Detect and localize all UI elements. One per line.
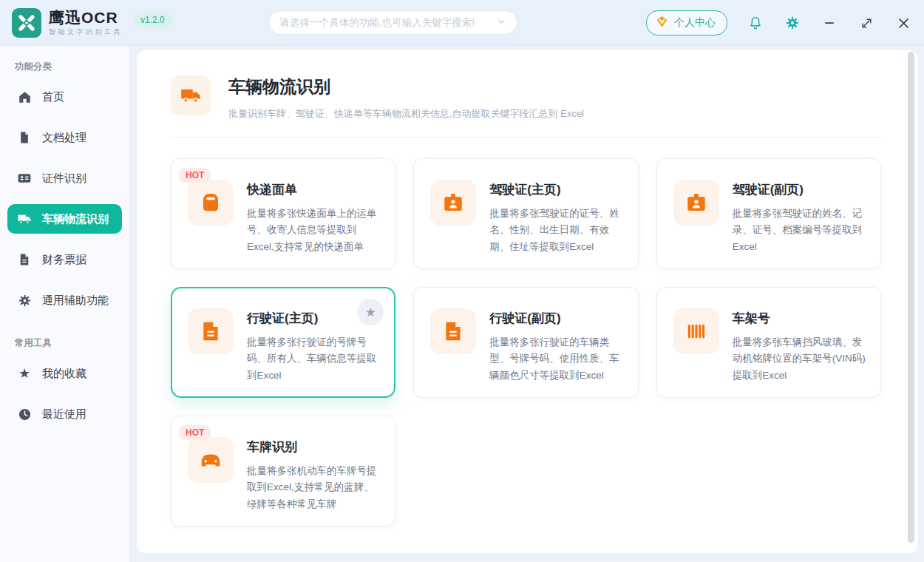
card-description: 批量将多张行驶证的车辆类型、号牌号码、使用性质、车辆颜色尺寸等提取到Excel	[489, 334, 624, 384]
receipt-icon	[17, 252, 32, 267]
sidebar-item-label: 首页	[42, 90, 64, 104]
category-header: 车辆物流识别 批量识别车牌、驾驶证、快递单等车辆物流相关信息,自动提取关键字段汇…	[171, 75, 881, 121]
sidebar-section-label: 常用工具	[15, 337, 129, 350]
hot-badge: HOT	[179, 425, 211, 440]
divider	[171, 137, 881, 138]
sidebar-section-label: 功能分类	[15, 61, 129, 73]
document-lines-icon	[430, 308, 476, 354]
sidebar-item-vehicle-logistics[interactable]: 车辆物流识别	[7, 204, 122, 234]
id-badge-icon	[673, 180, 719, 226]
card-description: 批量将多张驾驶证的姓名、记录、证号、档案编号等提取到Excel	[733, 206, 867, 255]
card-description: 批量将多张车辆挡风玻璃、发动机铭牌位置的车架号(VIN码)提取到Excel	[733, 334, 867, 384]
card-vehicle-license-main[interactable]: ★ 行驶证(主页) 批量将多张行驶证的号牌号码、所有人、车辆信息等提取到Exce…	[171, 287, 395, 398]
truck-icon	[171, 75, 211, 115]
scrollbar-thumb[interactable]	[908, 52, 914, 543]
sidebar-item-label: 我的收藏	[42, 367, 86, 381]
page-description: 批量识别车牌、驾驶证、快递单等车辆物流相关信息,自动提取关键字段汇总到 Exce…	[228, 107, 584, 121]
category-panel: 车辆物流识别 批量识别车牌、驾驶证、快递单等车辆物流相关信息,自动提取关键字段汇…	[137, 50, 918, 553]
chevron-down-icon	[496, 16, 506, 30]
vip-badge-icon	[655, 15, 669, 31]
sidebar-item-documents[interactable]: 文档处理	[7, 123, 122, 152]
user-center-label: 个人中心	[674, 16, 716, 30]
sidebar-item-label: 证件识别	[42, 172, 86, 186]
settings-gear-icon[interactable]	[784, 14, 801, 32]
car-icon	[188, 437, 234, 483]
bell-icon[interactable]	[747, 14, 764, 32]
main-area: 车辆物流识别 批量识别车牌、驾驶证、快递单等车辆物流相关信息,自动提取关键字段汇…	[129, 46, 924, 562]
sidebar-item-label: 财务票据	[42, 253, 86, 267]
sidebar: 功能分类 首页 文档处理 证件识别	[0, 46, 129, 562]
hot-badge: HOT	[179, 168, 211, 183]
document-lines-icon	[188, 308, 234, 354]
card-description: 批量将多张行驶证的号牌号码、所有人、车辆信息等提取到Excel	[247, 334, 381, 384]
truck-icon	[17, 211, 32, 226]
sidebar-item-recent[interactable]: 最近使用	[7, 399, 122, 429]
home-icon	[17, 89, 32, 104]
function-search-select[interactable]: 请选择一个具体的功能,也可输入关键字搜索!	[268, 10, 517, 35]
page-title: 车辆物流识别	[228, 75, 584, 98]
card-title: 车架号	[733, 310, 867, 327]
card-description: 批量将多张驾驶证的证号、姓名、性别、出生日期、有效期、住址等提取到Excel	[489, 206, 624, 255]
sidebar-item-label: 最近使用	[42, 407, 86, 422]
sidebar-item-finance-invoices[interactable]: 财务票据	[7, 245, 122, 274]
star-icon: ★	[365, 306, 376, 319]
sidebar-item-favorites[interactable]: ★ 我的收藏	[7, 359, 122, 388]
star-icon: ★	[17, 366, 32, 381]
card-express-waybill[interactable]: HOT 快递面单 批量将多张快递面单上的运单号、收寄人信息等提取到Excel,支…	[171, 158, 395, 269]
id-card-icon	[17, 171, 32, 186]
document-icon	[17, 130, 32, 145]
card-vin-number[interactable]: 车架号 批量将多张车辆挡风玻璃、发动机铭牌位置的车架号(VIN码)提取到Exce…	[656, 287, 881, 398]
card-description: 批量将多张快递面单上的运单号、收寄人信息等提取到Excel,支持常见的快递面单	[247, 206, 381, 255]
feature-card-grid: HOT 快递面单 批量将多张快递面单上的运单号、收寄人信息等提取到Excel,支…	[171, 158, 881, 527]
version-badge: v1.2.0	[133, 13, 172, 27]
search-placeholder: 请选择一个具体的功能,也可输入关键字搜索!	[279, 16, 496, 30]
sidebar-item-label: 车辆物流识别	[42, 212, 109, 226]
card-title: 快递面单	[247, 181, 381, 198]
card-title: 行驶证(副页)	[489, 310, 624, 327]
sidebar-item-general-tools[interactable]: 通用辅助功能	[7, 285, 122, 315]
package-icon	[188, 180, 234, 226]
id-badge-icon	[430, 180, 476, 226]
card-vehicle-license-second[interactable]: 行驶证(副页) 批量将多张行驶证的车辆类型、号牌号码、使用性质、车辆颜色尺寸等提…	[413, 287, 638, 398]
card-drivers-license-second[interactable]: 驾驶证(副页) 批量将多张驾驶证的姓名、记录、证号、档案编号等提取到Excel	[656, 158, 881, 269]
barcode-icon	[673, 308, 719, 354]
sidebar-item-label: 通用辅助功能	[42, 294, 109, 308]
user-center-button[interactable]: 个人中心	[646, 10, 727, 35]
sidebar-item-home[interactable]: 首页	[7, 82, 122, 112]
card-license-plate[interactable]: HOT 车牌识别 批量将多张机动车的车牌号提取到Excel,支持常见的蓝牌、绿牌…	[171, 416, 395, 527]
card-drivers-license-main[interactable]: 驾驶证(主页) 批量将多张驾驶证的证号、姓名、性别、出生日期、有效期、住址等提取…	[413, 158, 638, 269]
card-title: 车牌识别	[247, 439, 381, 456]
app-subtitle: 智能文字识别工具	[49, 27, 123, 37]
app-title: 鹰迅OCR	[49, 9, 123, 26]
resize-button[interactable]	[857, 14, 875, 32]
sidebar-item-label: 文档处理	[42, 131, 86, 145]
logo-icon	[12, 8, 41, 38]
card-title: 驾驶证(副页)	[733, 181, 867, 198]
minimize-button[interactable]	[821, 14, 838, 32]
topbar: 鹰迅OCR 智能文字识别工具 v1.2.0 请选择一个具体的功能,也可输入关键字…	[0, 0, 924, 46]
card-description: 批量将多张机动车的车牌号提取到Excel,支持常见的蓝牌、绿牌等各种常见车牌	[247, 463, 381, 512]
sidebar-item-id-recognition[interactable]: 证件识别	[7, 163, 122, 193]
gear-icon	[17, 293, 32, 308]
card-title: 驾驶证(主页)	[489, 181, 624, 198]
close-button[interactable]	[894, 14, 912, 32]
app-logo: 鹰迅OCR 智能文字识别工具 v1.2.0	[12, 8, 172, 38]
clock-icon	[17, 407, 32, 422]
